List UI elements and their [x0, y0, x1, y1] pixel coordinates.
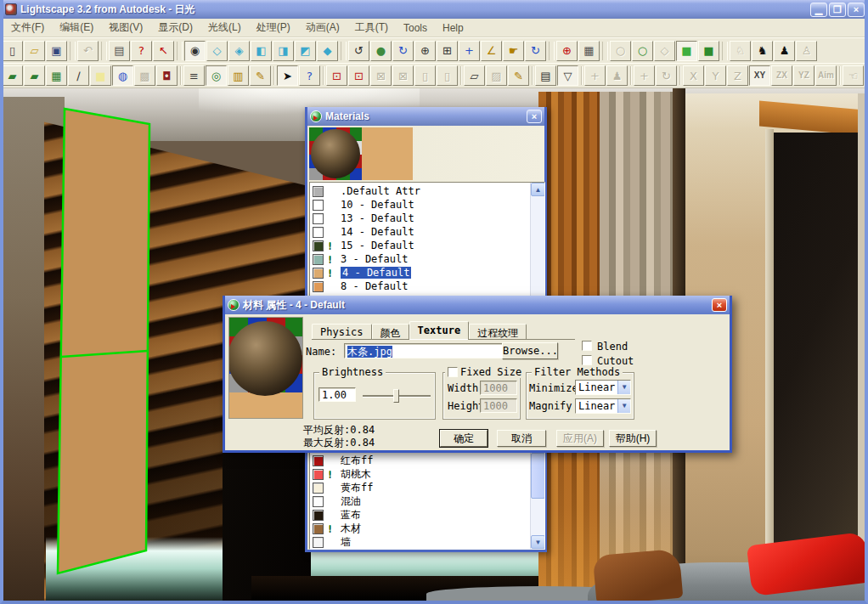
context-help-button[interactable]: ↖ — [153, 41, 174, 61]
color-swatch-button[interactable]: ■ — [90, 65, 111, 86]
add-vertex-button[interactable]: + — [584, 65, 606, 86]
scene-selected-panel[interactable] — [50, 95, 161, 591]
filter-selection-button[interactable]: ▽ — [557, 65, 578, 86]
pattern-off-button[interactable]: ▩ — [134, 65, 155, 86]
wire-sphere-off-button[interactable]: ○ — [610, 41, 631, 61]
textured-ball-button[interactable]: ◍ — [112, 65, 133, 86]
stand-person-button[interactable]: ♙ — [796, 41, 817, 61]
material-item[interactable]: 8 - Default — [310, 279, 530, 293]
brightness-slider-thumb[interactable] — [393, 389, 399, 403]
rotate-view-button[interactable]: ↻ — [525, 41, 546, 61]
deselect-window-button[interactable]: ⊠ — [370, 65, 392, 86]
walk-button[interactable]: ♟ — [774, 41, 795, 61]
cancel-button[interactable]: 取消 — [497, 430, 546, 447]
material-item[interactable]: !胡桃木 — [310, 467, 530, 481]
save-button[interactable]: ▣ — [46, 41, 67, 61]
tab-procedural[interactable]: 过程纹理 — [469, 324, 527, 340]
minimize-dropdown[interactable]: Linear ▼ — [575, 380, 631, 395]
query-help-button[interactable]: ? — [299, 65, 320, 86]
display-shaded-button[interactable]: ◧ — [251, 41, 272, 61]
display-textured-button[interactable]: ◨ — [273, 41, 294, 61]
material-item[interactable]: 10 - Default — [310, 198, 530, 212]
height-input[interactable]: 1000 — [480, 398, 517, 413]
help-button[interactable]: ? — [131, 41, 152, 61]
cutout-checkbox[interactable] — [582, 355, 592, 365]
solid-box-shadow-button[interactable]: ■ — [698, 41, 719, 61]
import-material-button[interactable]: ▰ — [24, 65, 45, 86]
texture-map-button[interactable]: ▦ — [46, 65, 67, 86]
decal-line-button[interactable]: ∕ — [68, 65, 89, 86]
undo-button[interactable]: ↶ — [77, 41, 99, 61]
material-item[interactable]: 14 - Default — [310, 225, 530, 239]
tab-texture[interactable]: Texture — [409, 321, 470, 340]
snapshot-camera-button[interactable]: ◘ — [156, 65, 178, 86]
display-enhanced-button[interactable]: ◩ — [295, 41, 316, 61]
edit-light-button[interactable]: ✎ — [250, 65, 271, 86]
wire-cube-off-button[interactable]: ◇ — [654, 41, 675, 61]
new-file-button[interactable]: ▯ — [2, 41, 23, 61]
solid-box-button[interactable]: ■ — [676, 41, 697, 61]
close-button[interactable]: × — [848, 3, 865, 17]
axis-x-button[interactable]: X — [683, 65, 704, 86]
zoom-extents-button[interactable]: ⊕ — [556, 41, 578, 61]
glove-button[interactable]: ☜ — [843, 65, 864, 86]
browse-button[interactable]: Browse... — [502, 342, 558, 359]
material-item[interactable]: 混油 — [310, 494, 530, 508]
open-material-lib-button[interactable]: ▰ — [2, 65, 23, 86]
fixed-size-checkbox[interactable] — [448, 367, 458, 377]
axis-aim-button[interactable]: Aim — [815, 65, 837, 86]
select-surface-button[interactable]: ▱ — [464, 65, 485, 86]
menu-item-lighting[interactable]: 光线(L) — [200, 18, 249, 37]
measure-button[interactable]: ∠ — [481, 41, 502, 61]
select-table-button[interactable]: ▤ — [535, 65, 556, 86]
view-setup-button[interactable]: ◉ — [184, 41, 206, 61]
run-off-button[interactable]: ♘ — [730, 41, 751, 61]
snap-curve-button[interactable]: ∿ — [865, 65, 868, 86]
print-button[interactable]: ▤ — [109, 41, 130, 61]
grab-view-button[interactable]: ☛ — [503, 41, 524, 61]
apply-button[interactable]: 应用(A) — [556, 430, 604, 447]
layers-button[interactable]: ≡ — [183, 65, 205, 86]
minimize-button[interactable]: ▁ — [810, 3, 827, 17]
axis-yz-button[interactable]: YZ — [793, 65, 814, 86]
scroll-thumb[interactable] — [531, 453, 545, 499]
query-surface-button[interactable]: ◎ — [206, 65, 227, 86]
zoom-interactive-button[interactable]: ⊕ — [414, 41, 436, 61]
zoom-deselect-button[interactable]: ⊠ — [392, 65, 414, 86]
menu-item-process[interactable]: 处理(P) — [249, 18, 298, 37]
brightness-input[interactable]: 1.00 — [318, 387, 356, 402]
display-realistic-button[interactable]: ◆ — [317, 41, 338, 61]
tab-color[interactable]: 颜色 — [372, 324, 409, 340]
materials-title-bar[interactable]: Materials × — [307, 107, 544, 126]
minimize-dropdown-arrow[interactable]: ▼ — [617, 381, 630, 394]
axis-zx-button[interactable]: ZX — [771, 65, 792, 86]
menu-item-tools-cn[interactable]: 工具(T) — [347, 18, 396, 37]
menu-item-tools-en[interactable]: Tools — [396, 20, 435, 37]
dialog-close-button[interactable]: × — [712, 298, 727, 312]
tab-physics[interactable]: Physics — [312, 324, 372, 340]
axis-xy-button[interactable]: XY — [749, 65, 770, 86]
restore-button[interactable]: ❐ — [829, 3, 846, 17]
menu-item-help[interactable]: Help — [435, 20, 471, 37]
rotate-button[interactable]: ↻ — [656, 65, 677, 86]
material-item[interactable]: !木材 — [310, 522, 530, 535]
magnify-dropdown-arrow[interactable]: ▼ — [617, 399, 630, 413]
material-item[interactable]: !4 - Default — [310, 266, 530, 279]
magnify-dropdown[interactable]: Linear ▼ — [575, 398, 631, 414]
dialog-title-bar[interactable]: 材料 属性 - 4 - Default × — [225, 296, 730, 314]
material-item[interactable]: !3 - Default — [310, 252, 530, 266]
width-input[interactable]: 1000 — [480, 381, 517, 395]
select-page-button[interactable]: ▯ — [414, 65, 436, 86]
page-info-button[interactable]: ▯ — [437, 65, 458, 86]
spin-view-button[interactable]: ↻ — [392, 41, 414, 61]
brightness-slider[interactable] — [363, 395, 431, 397]
zoom-select-button[interactable]: ⊡ — [348, 65, 369, 86]
select-window-button[interactable]: ⊡ — [326, 65, 347, 86]
menu-item-animation[interactable]: 动画(A) — [298, 18, 347, 37]
copy-attributes-button[interactable]: ▥ — [228, 65, 249, 86]
scroll-down-button[interactable]: ▼ — [531, 535, 545, 549]
display-wireframe-button[interactable]: ◇ — [206, 41, 228, 61]
material-item[interactable]: 黄布ff — [310, 481, 530, 494]
materials-close-button[interactable]: × — [527, 110, 542, 123]
menu-item-display[interactable]: 显示(D) — [150, 18, 200, 37]
